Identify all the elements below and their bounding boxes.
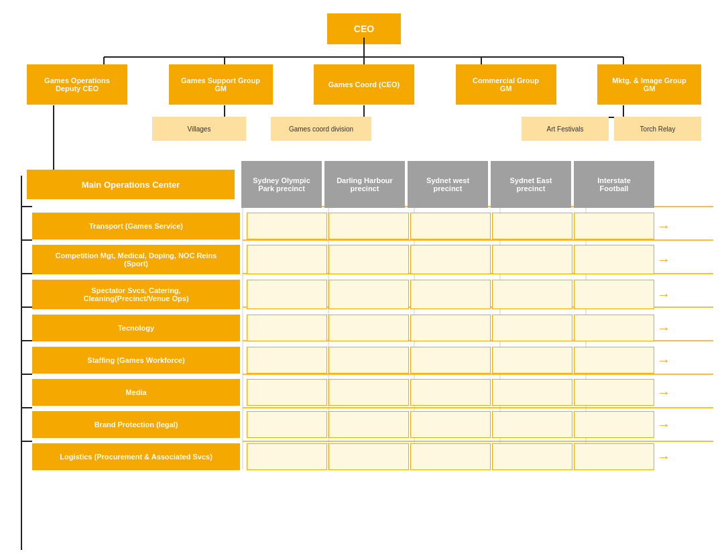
row-label-3: Tecnology <box>32 315 240 341</box>
cell-3-1 <box>328 315 409 341</box>
row-label-4: Staffing (Games Workforce) <box>32 347 240 374</box>
row-0-text: Transport (Games Service) <box>89 222 183 230</box>
matrix-row-4: Staffing (Games Workforce) → <box>7 345 721 376</box>
arrow-5: → <box>657 385 670 400</box>
precinct-3-label: Sydnet East precinct <box>510 176 552 192</box>
cell-0-1 <box>328 213 409 239</box>
cell-3-4 <box>574 315 654 341</box>
mktg-children: Art Festivals Torch Relay <box>522 117 701 141</box>
games-ops-box: Games Operations Deputy CEO <box>27 64 127 105</box>
cell-4-3 <box>492 347 572 374</box>
row-3-text: Tecnology <box>118 324 154 332</box>
cell-2-1 <box>328 280 409 309</box>
level2-spacer1 <box>27 117 127 141</box>
matrix-row-3: Tecnology → <box>7 313 721 343</box>
precinct-4-label: Interstate Football <box>597 176 631 192</box>
cell-5-0 <box>247 379 327 406</box>
cell-1-1 <box>328 245 409 274</box>
cell-0-2 <box>410 213 491 239</box>
main-ops-box: Main Operations Center <box>27 170 235 199</box>
mktg-box: Mktg. & Image Group GM <box>597 64 701 105</box>
row-1-text: Competition Mgt, Medical, Doping, NOC Re… <box>56 251 217 268</box>
row-label-7: Logistics (Procurement & Associated Svcs… <box>32 443 240 470</box>
cell-6-3 <box>492 411 572 438</box>
arrow-1: → <box>657 252 670 268</box>
row-2-text: Spectator Svcs, Catering, Cleaning(Preci… <box>83 286 188 302</box>
cell-6-2 <box>410 411 491 438</box>
matrix-rows: Transport (Games Service) → Competition … <box>7 211 721 472</box>
precinct-0: Sydney Olympic Park precinct <box>241 161 322 208</box>
ceo-row: CEO <box>7 7 721 44</box>
row-label-1: Competition Mgt, Medical, Doping, NOC Re… <box>32 245 240 274</box>
cell-5-4 <box>574 379 654 406</box>
cell-3-0 <box>247 315 327 341</box>
precinct-1: Darling Harbour precinct <box>324 161 405 208</box>
cell-1-2 <box>410 245 491 274</box>
row-6-text: Brand Protection (legal) <box>95 421 178 429</box>
row-label-5: Media <box>32 379 240 406</box>
cell-0-3 <box>492 213 572 239</box>
cell-5-2 <box>410 379 491 406</box>
cell-4-1 <box>328 347 409 374</box>
cell-4-0 <box>247 347 327 374</box>
cell-3-3 <box>492 315 572 341</box>
matrix-row-2: Spectator Svcs, Catering, Cleaning(Preci… <box>7 278 721 311</box>
cell-0-0 <box>247 213 327 239</box>
cell-7-0 <box>247 443 327 470</box>
games-coord-div-box: Games coord division <box>271 117 371 141</box>
cell-7-2 <box>410 443 491 470</box>
cell-5-3 <box>492 379 572 406</box>
games-coord-label: Games Coord (CEO) <box>328 80 400 89</box>
cell-1-4 <box>574 245 654 274</box>
matrix-row-6: Brand Protection (legal) → <box>7 409 721 440</box>
main-ops-label: Main Operations Center <box>82 180 180 190</box>
ceo-label: CEO <box>354 23 374 34</box>
commercial-label: Commercial Group GM <box>473 76 539 93</box>
cell-0-4 <box>574 213 654 239</box>
cell-4-4 <box>574 347 654 374</box>
games-coord-div-label: Games coord division <box>289 125 353 133</box>
torch-relay-box: Torch Relay <box>614 117 701 141</box>
cell-7-4 <box>574 443 654 470</box>
arrow-0: → <box>657 219 670 234</box>
row-label-2: Spectator Svcs, Catering, Cleaning(Preci… <box>32 280 240 309</box>
cell-4-2 <box>410 347 491 374</box>
precinct-1-label: Darling Harbour precinct <box>337 176 393 192</box>
cell-2-0 <box>247 280 327 309</box>
arrow-4: → <box>657 353 670 368</box>
cell-7-1 <box>328 443 409 470</box>
cell-1-3 <box>492 245 572 274</box>
matrix-row-5: Media → <box>7 377 721 408</box>
arrow-3: → <box>657 321 670 336</box>
arrow-6: → <box>657 417 670 433</box>
art-festivals-label: Art Festivals <box>546 125 583 133</box>
level2-row: Villages Games coord division Art Festiv… <box>7 117 721 141</box>
precinct-0-label: Sydney Olympic Park precinct <box>253 176 310 192</box>
precinct-2-label: Sydnet west precinct <box>426 176 469 192</box>
cell-5-1 <box>328 379 409 406</box>
cell-7-3 <box>492 443 572 470</box>
ceo-box: CEO <box>327 13 401 44</box>
art-festivals-box: Art Festivals <box>522 117 609 141</box>
level2-spacer2 <box>396 117 497 141</box>
games-ops-label: Games Operations Deputy CEO <box>44 76 110 93</box>
cell-6-4 <box>574 411 654 438</box>
row-5-text: Media <box>125 388 146 396</box>
precinct-3: Sydnet East precinct <box>491 161 571 208</box>
cell-2-4 <box>574 280 654 309</box>
matrix-section: Main Operations Center Sydney Olympic Pa… <box>7 161 721 472</box>
diagram: CEO Games Operations Deputy CEO Games Su… <box>0 0 728 560</box>
cell-2-2 <box>410 280 491 309</box>
cell-2-3 <box>492 280 572 309</box>
cell-3-2 <box>410 315 491 341</box>
villages-box: Villages <box>152 117 246 141</box>
villages-label: Villages <box>188 125 211 133</box>
row-7-text: Logistics (Procurement & Associated Svcs… <box>60 453 213 461</box>
matrix-row-1: Competition Mgt, Medical, Doping, NOC Re… <box>7 243 721 276</box>
cell-1-0 <box>247 245 327 274</box>
row-4-text: Staffing (Games Workforce) <box>87 356 184 364</box>
games-support-box: Games Support Group GM <box>169 64 273 105</box>
matrix-row-0: Transport (Games Service) → <box>7 211 721 241</box>
mktg-label: Mktg. & Image Group GM <box>612 76 686 93</box>
games-coord-box: Games Coord (CEO) <box>314 64 414 105</box>
